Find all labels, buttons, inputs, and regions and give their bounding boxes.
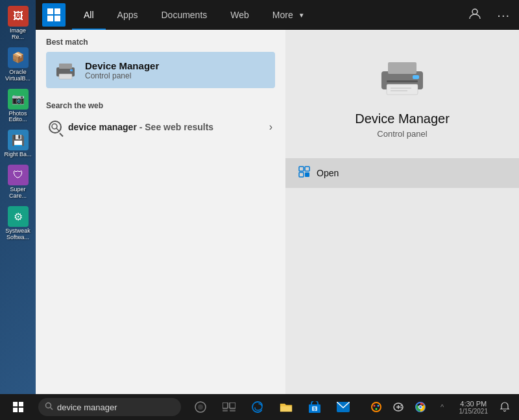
svg-line-20 (51, 408, 53, 410)
game-tray-icon[interactable] (388, 394, 409, 420)
svg-point-40 (400, 407, 402, 408)
web-search-result[interactable]: device manager - See web results › (46, 115, 275, 139)
svg-rect-18 (305, 172, 309, 177)
desktop-icon-photos[interactable]: 📷 Photos Edito... (2, 86, 34, 126)
taskbar-search[interactable]: device manager (38, 398, 181, 416)
taskbar: device manager (0, 394, 519, 420)
action-buttons: Open (285, 158, 519, 188)
desktop-icon-image-resizer[interactable]: 🖼 Image Re... (2, 3, 34, 43)
web-search-label: Search the web (46, 101, 275, 110)
start-button[interactable] (0, 394, 36, 420)
desktop-icon-label: Right Ba... (4, 152, 31, 158)
left-panel: Best match (36, 30, 285, 394)
windows-logo (42, 3, 66, 27)
menu-nav: All Apps Documents Web More ▼ ··· (36, 0, 519, 30)
svg-rect-9 (388, 62, 416, 74)
nav-tabs: All Apps Documents Web More ▼ (72, 0, 466, 30)
svg-rect-24 (230, 402, 235, 408)
svg-rect-26 (230, 410, 235, 412)
svg-point-35 (375, 408, 377, 410)
taskbar-center: $ (186, 394, 357, 420)
app-icon-large (376, 49, 428, 101)
svg-point-6 (52, 124, 57, 129)
tab-web[interactable]: Web (219, 0, 261, 30)
store-button[interactable]: $ (300, 394, 329, 420)
cortana-button[interactable] (186, 394, 215, 420)
open-button[interactable]: Open (285, 158, 519, 188)
svg-rect-2 (59, 64, 72, 69)
svg-rect-27 (280, 406, 292, 412)
file-explorer-button[interactable] (272, 394, 300, 420)
taskbar-right: ^ 4:30 PM 1/15/2021 (366, 394, 520, 420)
desktop-icon-rightbackup[interactable]: 💾 Right Ba... (2, 127, 34, 161)
desktop-icon-label: Systweak Softwa... (3, 228, 33, 241)
tab-all[interactable]: All (72, 0, 106, 30)
search-icon (49, 121, 62, 134)
task-view-button[interactable] (215, 394, 243, 420)
desktop-icon-label: Photos Edito... (3, 111, 33, 124)
taskbar-search-icon (45, 402, 53, 412)
desktop-icon-systweak[interactable]: ⚙ Systweak Softwa... (2, 204, 34, 244)
desktop: 🖼 Image Re... 📦 Oracle VirtualB... 📷 Pho… (0, 0, 519, 420)
profile-icon[interactable] (466, 5, 484, 25)
result-device-manager[interactable]: Device Manager Control panel (46, 52, 275, 88)
system-clock[interactable]: 4:30 PM 1/15/2021 (454, 400, 494, 415)
tab-apps[interactable]: Apps (106, 0, 150, 30)
app-type-large: Control panel (377, 129, 427, 139)
nav-right: ··· (466, 5, 513, 25)
svg-rect-10 (387, 84, 418, 95)
open-label: Open (317, 168, 339, 178)
menu-content: Best match (36, 30, 519, 394)
device-manager-icon (54, 58, 77, 82)
mail-button[interactable] (329, 394, 357, 420)
svg-point-19 (46, 403, 51, 408)
web-search-arrow-icon: › (269, 121, 272, 133)
svg-rect-14 (387, 80, 418, 82)
svg-point-32 (372, 402, 381, 412)
svg-rect-15 (299, 167, 304, 171)
paint-tray-icon[interactable] (366, 394, 387, 420)
tab-more[interactable]: More ▼ (261, 0, 317, 30)
desktop-icon-supercare[interactable]: 🛡 Super Care... (2, 162, 34, 202)
svg-point-34 (377, 405, 379, 407)
svg-rect-25 (223, 410, 228, 412)
right-panel: Device Manager Control panel (285, 30, 519, 394)
desktop-icon-virtualbox[interactable]: 📦 Oracle VirtualB... (2, 45, 34, 85)
best-match-label: Best match (46, 38, 275, 47)
notification-button[interactable] (494, 394, 515, 420)
web-search-text: device manager - See web results (68, 122, 213, 132)
chrome-tray-icon[interactable] (410, 394, 431, 420)
best-match-section: Best match (36, 30, 285, 93)
svg-rect-13 (413, 75, 419, 79)
desktop-icon-label: Image Re... (3, 28, 33, 41)
chevron-down-icon: ▼ (298, 12, 305, 19)
svg-rect-17 (299, 172, 304, 177)
start-menu: All Apps Documents Web More ▼ ··· (36, 0, 519, 394)
svg-point-5 (71, 70, 73, 71)
open-icon (298, 166, 310, 180)
result-text: Device Manager Control panel (85, 60, 159, 80)
edge-button[interactable] (243, 394, 272, 420)
result-subtitle: Control panel (85, 71, 159, 80)
more-options-icon[interactable]: ··· (494, 5, 513, 25)
result-title: Device Manager (85, 60, 159, 71)
svg-rect-3 (59, 74, 72, 79)
svg-rect-23 (223, 402, 228, 408)
taskbar-search-text: device manager (57, 402, 117, 412)
svg-rect-16 (305, 167, 309, 171)
svg-point-22 (198, 404, 203, 410)
tab-documents[interactable]: Documents (149, 0, 219, 30)
desktop-icon-label: Oracle VirtualB... (3, 69, 33, 82)
svg-line-7 (56, 128, 59, 131)
svg-point-43 (419, 406, 422, 408)
web-search-section: Search the web device manager - See web … (36, 93, 285, 144)
svg-point-0 (472, 9, 477, 14)
desktop-icons: 🖼 Image Re... 📦 Oracle VirtualB... 📷 Pho… (0, 0, 36, 389)
system-tray-overflow[interactable]: ^ (432, 394, 453, 420)
svg-point-33 (373, 405, 375, 407)
desktop-icon-label: Super Care... (3, 187, 33, 200)
svg-text:$: $ (313, 406, 316, 412)
app-name-large: Device Manager (355, 111, 450, 126)
svg-point-39 (400, 405, 402, 406)
